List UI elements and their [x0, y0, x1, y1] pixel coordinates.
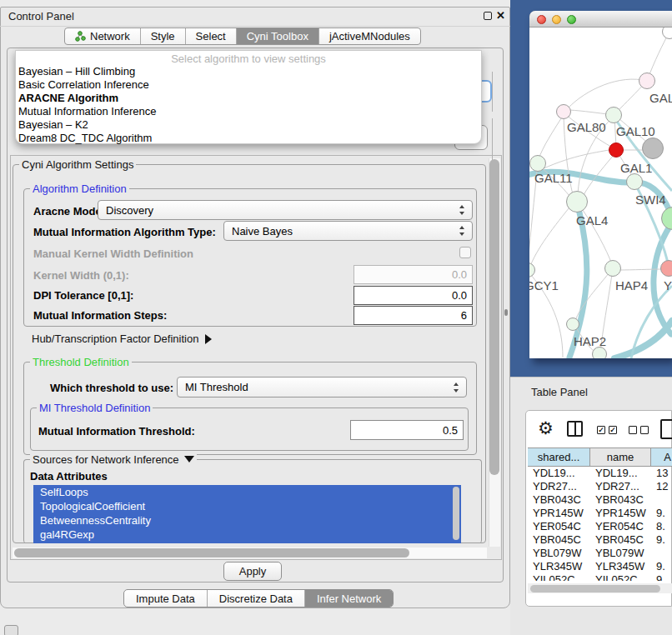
close-panel-icon[interactable]: ✕ — [496, 9, 505, 22]
column-header[interactable]: A — [651, 448, 672, 466]
network-node-label: GAL10 — [616, 124, 655, 138]
column-header[interactable]: name — [590, 448, 651, 466]
gear-icon[interactable]: ⚙ — [538, 418, 554, 438]
splitter-handle[interactable] — [504, 309, 508, 316]
table-row[interactable]: YIL052CYIL052C9. — [528, 573, 672, 581]
network-node-label: GAL — [649, 91, 672, 105]
which-threshold-label: Which threshold to use: — [50, 382, 173, 394]
dpi-tolerance-field[interactable]: 0.0 — [354, 286, 473, 305]
network-node-GAL4[interactable] — [566, 191, 588, 212]
algorithm-option[interactable]: Bayesian – K2 — [16, 118, 481, 132]
network-node-GAL10[interactable] — [605, 107, 622, 123]
window-close-button[interactable] — [537, 15, 546, 24]
algorithm-options: Bayesian – Hill ClimbingBasic Correlatio… — [16, 65, 481, 145]
vertical-scrollbar-thumb[interactable] — [489, 159, 499, 475]
bottom-tab-infer-network[interactable]: Infer Network — [305, 590, 393, 607]
algorithm-option[interactable]: ARACNE Algorithm — [16, 92, 481, 105]
table-row[interactable]: YER054CYER054C8. — [528, 520, 672, 533]
tab-label: Cyni Toolbox — [247, 30, 308, 42]
network-node-GAL80[interactable] — [556, 104, 571, 119]
table-row[interactable]: YDL19...YDL19...13 — [528, 467, 672, 480]
algorithm-option[interactable]: Basic Correlation Inference — [16, 78, 481, 92]
table-row[interactable]: YPR145WYPR145W9. — [528, 507, 672, 520]
table-panel-title: Table Panel — [531, 386, 588, 398]
network-node-label: GCY1 — [529, 278, 559, 292]
tab-select[interactable]: Select — [186, 28, 237, 44]
attribute-item[interactable]: TopologicalCoefficient — [33, 499, 461, 513]
minimized-panel-icon[interactable] — [4, 625, 18, 635]
sources-title-text: Sources for Network Inference — [33, 453, 179, 466]
algorithm-option[interactable]: Mutual Information Inference — [16, 105, 481, 118]
attribute-item[interactable]: gal4RGexp — [33, 528, 461, 542]
table-cell: YBR045C — [528, 533, 590, 547]
network-node-GAL1[interactable] — [609, 142, 624, 158]
algorithm-option[interactable]: Dream8 DC_TDC Algorithm — [16, 132, 481, 145]
columns-icon[interactable] — [567, 421, 583, 437]
table-function-icon[interactable] — [660, 419, 672, 439]
network-node-SWI4[interactable] — [626, 173, 643, 190]
tab-network[interactable]: Network — [65, 28, 141, 44]
window-zoom-button[interactable] — [567, 15, 576, 24]
network-node[interactable] — [642, 138, 664, 159]
algorithm-dropdown-placeholder: Select algorithm to view settings — [16, 51, 481, 65]
dpi-tolerance-label: DPI Tolerance [0,1]: — [33, 289, 133, 302]
network-node-HAP2[interactable] — [566, 318, 579, 331]
table-cell: YIL052C — [528, 573, 590, 581]
network-window-titlebar[interactable] — [529, 11, 672, 28]
table-row[interactable]: YBL079WYBL079W — [528, 547, 672, 560]
kernel-width-field[interactable]: 0.0 — [354, 265, 473, 284]
attributes-scrollbar-thumb[interactable] — [453, 487, 459, 540]
float-panel-icon[interactable] — [484, 12, 492, 20]
table-row[interactable]: YBR043CYBR043C — [528, 493, 672, 507]
network-node-HAP4[interactable] — [604, 260, 621, 277]
table-cell: YLR345W — [528, 560, 590, 573]
attribute-item[interactable]: BetweennessCentrality — [33, 513, 461, 528]
table-cell: 9. — [651, 573, 672, 581]
table-horizontal-scrollbar-thumb[interactable] — [530, 585, 660, 592]
window-minimize-button[interactable] — [552, 15, 561, 24]
kernel-width-label: Kernel Width (0,1): — [33, 269, 129, 282]
tab-label: Style — [151, 30, 175, 42]
table-rows: YDL19...YDL19...13YDR27...YDR27...12YBR0… — [528, 467, 672, 581]
data-attributes-list[interactable]: SelfLoopsTopologicalCoefficientBetweenne… — [33, 485, 461, 543]
attribute-item[interactable]: SelfLoops — [33, 485, 461, 499]
mi-threshold-field[interactable]: 0.5 — [350, 420, 464, 440]
algorithm-option[interactable]: Bayesian – Hill Climbing — [16, 65, 481, 78]
tab-cyni-toolbox[interactable]: Cyni Toolbox — [237, 28, 319, 44]
network-canvas[interactable]: GALGAL80GAL10GAL1GAL11SWI4GAL4GCY1HAP4YH… — [529, 28, 672, 358]
hub-definition-toggle[interactable]: Hub/Transcription Factor Definition — [32, 332, 212, 345]
apply-button[interactable]: Apply — [223, 562, 282, 581]
network-node-Y[interactable] — [660, 260, 672, 277]
mi-steps-label: Mutual Information Steps: — [33, 309, 167, 322]
table-cell: YBR045C — [590, 533, 651, 547]
mi-steps-field[interactable]: 6 — [354, 306, 473, 325]
table-cell: YBL079W — [590, 547, 651, 560]
tab-style[interactable]: Style — [141, 28, 186, 44]
mi-type-select[interactable]: Naive Bayes — [223, 221, 473, 241]
table-cell: 9. — [651, 507, 672, 520]
table-cell: YBL079W — [528, 547, 590, 560]
table-row[interactable]: YBR045CYBR045C9. — [528, 533, 672, 547]
network-node-GAL[interactable] — [639, 72, 655, 89]
horizontal-scrollbar-thumb[interactable] — [14, 548, 409, 558]
table-row[interactable]: YDR27...YDR27...12 — [528, 480, 672, 493]
network-tab-icon — [75, 31, 86, 42]
tab-label: Network — [90, 30, 130, 42]
which-threshold-select[interactable]: MI Threshold — [177, 377, 467, 398]
table-cell: YDL19... — [590, 467, 651, 480]
bottom-tab-discretize-data[interactable]: Discretize Data — [208, 590, 305, 607]
table-cell: YER054C — [528, 520, 590, 533]
network-node[interactable] — [592, 347, 607, 358]
column-header[interactable]: shared... — [528, 448, 590, 466]
manual-kernel-checkbox[interactable] — [459, 247, 471, 258]
select-all-checkboxes-icon[interactable]: ✓ ✓ — [597, 426, 617, 434]
control-panel-title: Control Panel — [8, 10, 74, 22]
bottom-tab-impute-data[interactable]: Impute Data — [124, 590, 208, 607]
sources-title[interactable]: Sources for Network Inference — [30, 453, 197, 466]
tab-jactivemnodules[interactable]: jActiveMNodules — [319, 28, 420, 44]
deselect-all-checkboxes-icon[interactable] — [629, 426, 649, 434]
table-row[interactable]: YLR345WYLR345W9. — [528, 560, 672, 573]
aracne-mode-select[interactable]: Discovery — [98, 200, 473, 220]
network-node-GAL11[interactable] — [529, 155, 546, 172]
table-cell: 13 — [651, 467, 672, 480]
